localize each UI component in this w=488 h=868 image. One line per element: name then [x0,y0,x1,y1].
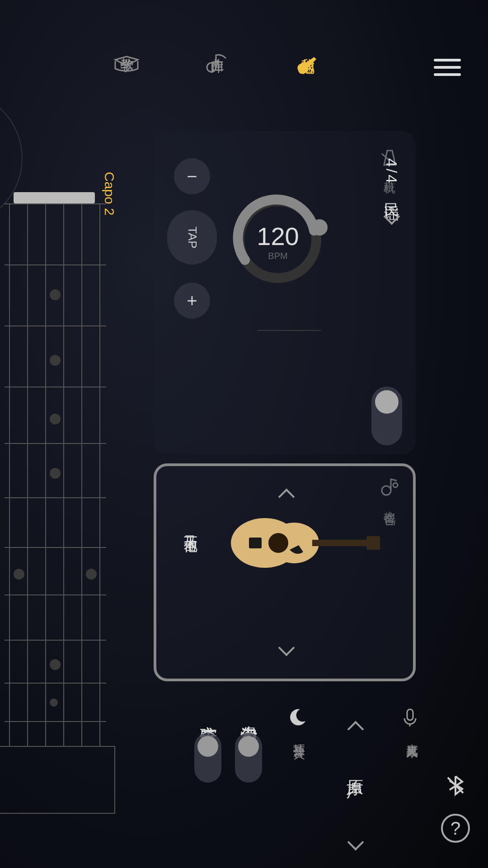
fret-marker [50,468,61,479]
mic-effect-header: 麦克风效果 [404,735,420,739]
toggle-knob [238,736,259,757]
svg-rect-8 [312,540,366,546]
fret [5,497,106,498]
technique-card: 技巧音开关 击勾滑 空弦击 [158,701,307,868]
tab-library-label: 曲库 [208,47,226,49]
string[interactable] [9,203,10,746]
tab-tutorial-label: 教学 [117,47,136,49]
technique-row-1: 击勾滑 [235,712,262,783]
string[interactable] [81,203,82,746]
svg-rect-10 [407,709,413,720]
drum-machine-card: 4/4 民谣 120 BPM − TAP + [154,131,416,454]
guitar-icon [294,55,321,75]
menu-bar-icon [434,59,461,61]
fret [5,326,106,326]
chord-box[interactable] [0,746,115,814]
technique-2-toggle[interactable] [194,733,221,783]
bluetooth-off-icon [444,774,467,797]
fret-marker [86,569,97,580]
menu-bar-icon [434,73,461,76]
technique-1-label: 击勾滑 [237,712,260,715]
tap-label: TAP [185,226,199,249]
guitar-image [224,516,382,570]
technique-header: 技巧音开关 [291,735,307,739]
menu-bar-icon [434,66,461,69]
toggle-knob [375,390,399,414]
fret-marker [50,289,61,300]
technique-2-label: 空弦击 [197,712,220,715]
string[interactable] [63,203,64,746]
svg-rect-9 [366,536,380,550]
fret [5,640,106,641]
chevron-down-icon [347,834,364,851]
tab-library[interactable]: 曲库 [203,47,230,75]
fret [5,594,106,595]
tab-tutorial[interactable]: 教学 [113,47,140,75]
tab-my-guitar[interactable]: 我的吉他 [294,47,321,75]
svg-point-6 [268,533,288,553]
minus-icon: − [187,166,197,187]
question-mark-icon: ? [450,818,460,839]
moon-icon [287,708,307,727]
nav-tabs: 教学 曲库 我的吉他 [27,47,461,75]
chevron-down-icon [384,208,400,225]
string[interactable] [45,203,46,746]
top-nav: 教学 曲库 我的吉他 [0,0,488,122]
fret [5,264,106,265]
fret [5,443,106,444]
bpm-minus-button[interactable]: − [174,158,210,194]
divider [258,330,321,331]
chevron-down-icon [278,640,295,656]
book-icon [113,53,140,73]
fret [5,721,106,722]
fret [5,387,106,387]
chevron-up-icon [278,489,295,505]
fret-marker [50,414,61,425]
mic-next-button[interactable] [350,836,361,848]
drum-enable-toggle[interactable] [371,387,402,445]
fret [5,547,106,548]
tap-button[interactable]: TAP [167,210,217,264]
guitar-tone-card: 马丁木吉他 [154,463,416,681]
help-button[interactable]: ? [441,814,470,843]
string[interactable] [27,203,28,746]
svg-point-0 [207,63,216,72]
mic-effect-card: 麦克风效果 原声 [316,701,420,868]
fretboard-panel[interactable]: Capo 2 [0,122,117,868]
drum-preset-selector[interactable]: 4/4 民谣 [381,158,402,222]
fret-marker [50,355,61,366]
music-note-icon [203,53,230,73]
drum-preset-value: 4/4 民谣 [381,158,402,195]
technique-row-2: 空弦击 [194,712,221,783]
tone-prev-button[interactable] [281,491,292,503]
bpm-label: BPM [233,251,323,261]
guitar-neck[interactable] [5,203,106,746]
string[interactable] [99,203,100,746]
fret [5,203,106,204]
mic-effect-value: 原声 [343,766,366,770]
bluetooth-off-button[interactable] [441,771,470,800]
mic-icon [400,708,420,728]
svg-rect-7 [249,538,262,548]
menu-button[interactable] [434,54,461,80]
bpm-value: 120 [233,222,323,251]
fret-marker [50,698,58,707]
mic-prev-button[interactable] [350,723,361,735]
bpm-dial[interactable]: 120 BPM [233,194,323,285]
bpm-plus-button[interactable]: + [174,283,210,319]
toggle-knob [197,736,218,757]
chevron-up-icon [347,721,364,738]
plus-icon: + [187,291,197,311]
capo-bar[interactable] [14,192,95,203]
tone-name: 马丁木吉他 [181,525,200,529]
fret [5,683,106,684]
technique-1-toggle[interactable] [235,733,262,783]
tab-my-guitar-label: 我的吉他 [298,47,317,51]
fret-marker [14,569,24,580]
fret-marker [50,659,61,670]
tone-next-button[interactable] [281,642,292,654]
